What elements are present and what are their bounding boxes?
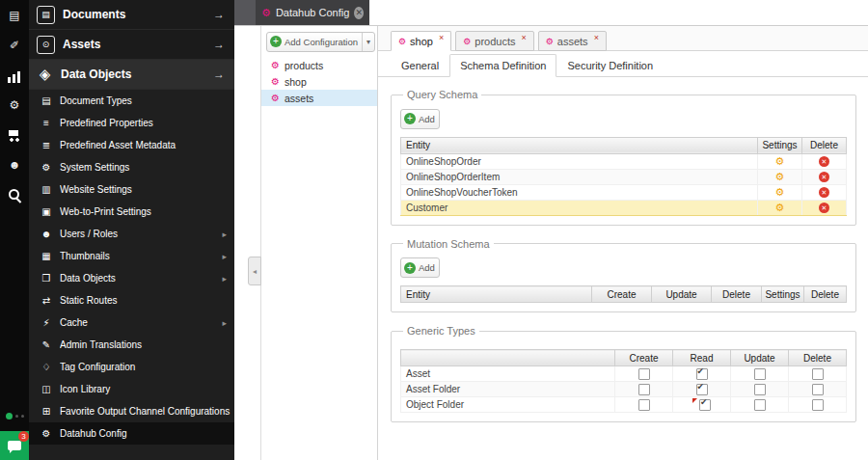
tab-label: assets — [557, 36, 588, 47]
mutation-schema-legend: Mutation Schema — [403, 238, 494, 250]
mutation-schema-add-button[interactable]: + Add — [400, 257, 440, 278]
table-row[interactable]: OnlineShopVoucherToken⚙✕ — [401, 184, 847, 200]
close-icon[interactable]: ✕ — [354, 7, 364, 19]
ecommerce-icon[interactable] — [7, 127, 22, 143]
close-icon[interactable]: × — [521, 33, 526, 42]
sidebar-item-icon-library[interactable]: ◫Icon Library — [29, 378, 234, 400]
update-checkbox[interactable] — [754, 399, 766, 411]
sidebar-item-predefined-asset-metadata[interactable]: ≣Predefined Asset Metadata — [29, 134, 234, 156]
create-checkbox[interactable] — [638, 384, 650, 395]
sidebar-item-admin-translations[interactable]: ✎Admin Translations — [29, 334, 234, 356]
create-checkbox[interactable] — [638, 368, 650, 380]
search-icon[interactable] — [7, 187, 22, 203]
column-header-blank[interactable] — [401, 350, 615, 366]
sidebar-item-static-routes[interactable]: ⇄Static Routes — [29, 289, 234, 311]
sidebar-item-tag-configuration[interactable]: ♢Tag Configuration — [29, 356, 234, 378]
settings-gear-icon[interactable]: ⚙ — [775, 203, 785, 213]
delete-icon[interactable]: ✕ — [819, 187, 829, 198]
mutation-schema-fieldset: Mutation Schema + Add EntityCreateUpdate… — [391, 238, 856, 313]
column-header-delete[interactable]: Delete — [789, 350, 847, 366]
tree-item-products[interactable]: ⚙products — [261, 57, 377, 73]
delete-icon[interactable]: ✕ — [819, 172, 829, 182]
tree-item-assets[interactable]: ⚙assets — [261, 90, 377, 106]
sidebar-item-cache[interactable]: ⚡Cache▸ — [29, 311, 234, 334]
panel-collapse-handle[interactable]: ◂ — [248, 257, 261, 285]
column-header-delete[interactable]: Delete — [804, 286, 847, 303]
sidebar-item-favorite-output-channel-configurations[interactable]: ⊞Favorite Output Channel Configurations — [29, 400, 234, 422]
read-checkbox[interactable] — [696, 384, 708, 395]
delete-checkbox[interactable] — [812, 399, 824, 411]
update-checkbox[interactable] — [754, 384, 766, 395]
close-icon[interactable]: × — [439, 33, 444, 42]
sidebar-item-thumbnails[interactable]: ▦Thumbnails▸ — [29, 245, 234, 267]
subtab-general[interactable]: General — [391, 54, 449, 77]
column-header-delete[interactable]: Delete — [802, 137, 847, 153]
delete-checkbox[interactable] — [812, 368, 824, 380]
table-row[interactable]: OnlineShopOrderItem⚙✕ — [401, 169, 847, 184]
section-label: Assets — [63, 38, 213, 51]
table-row[interactable]: Asset Folder — [401, 382, 847, 397]
tab-products[interactable]: ⚙products× — [455, 31, 534, 51]
table-row[interactable]: Asset — [401, 366, 847, 382]
tools-icon[interactable]: ✐ — [7, 38, 22, 53]
column-header-create[interactable]: Create — [592, 286, 652, 303]
sidebar-item-users-roles[interactable]: ☻Users / Roles▸ — [29, 223, 234, 245]
icon-bar-bottom: 3 — [0, 413, 29, 460]
sidebar-item-web-to-print-settings[interactable]: ▣Web-to-Print Settings — [29, 201, 234, 223]
column-header-read[interactable]: Read — [673, 350, 731, 366]
column-header-entity[interactable]: Entity — [401, 286, 592, 303]
chevron-down-icon[interactable]: ▾ — [363, 38, 374, 46]
asset-metadata-icon: ≣ — [40, 140, 53, 150]
add-label: Add — [419, 262, 435, 273]
read-checkbox[interactable] — [699, 399, 711, 411]
settings-gear-icon[interactable]: ⚙ — [775, 187, 785, 198]
create-checkbox[interactable] — [638, 399, 650, 411]
subtab-security-definition[interactable]: Security Definition — [556, 54, 664, 77]
editor-subtab-strip: GeneralSchema DefinitionSecurity Definit… — [378, 51, 868, 77]
delete-checkbox[interactable] — [812, 384, 824, 395]
chat-badge: 3 — [18, 431, 29, 442]
table-row[interactable]: Object Folder — [401, 397, 847, 413]
icon-bar-icons: ▤✐⚙☻ — [7, 8, 22, 203]
column-header-entity[interactable]: Entity — [401, 137, 758, 153]
sidebar-item-system-settings[interactable]: ⚙System Settings — [29, 156, 234, 178]
sidebar-section-documents[interactable]: ▤Documents→ — [29, 0, 234, 30]
sidebar-item-website-settings[interactable]: ▥Website Settings — [29, 178, 234, 201]
column-header-update[interactable]: Update — [652, 286, 712, 303]
column-header-create[interactable]: Create — [615, 350, 673, 366]
sidebar-item-document-types[interactable]: ▤Document Types — [29, 90, 234, 112]
dirty-indicator-icon — [692, 398, 697, 403]
sidebar-section-data-objects[interactable]: ◈Data Objects→ — [29, 60, 234, 90]
status-dot-icon — [6, 413, 13, 419]
read-checkbox[interactable] — [696, 368, 708, 380]
chat-button[interactable]: 3 — [0, 431, 29, 460]
delete-icon[interactable]: ✕ — [819, 203, 829, 213]
reports-icon[interactable] — [7, 68, 22, 83]
update-checkbox[interactable] — [754, 368, 766, 380]
subtab-schema-definition[interactable]: Schema Definition — [449, 54, 556, 77]
sidebar-item-data-objects[interactable]: ❒Data Objects▸ — [29, 267, 234, 289]
settings-gear-icon[interactable]: ⚙ — [775, 156, 785, 167]
users-icon[interactable]: ☻ — [7, 157, 22, 173]
tab-shop[interactable]: ⚙shop× — [391, 31, 451, 51]
column-header-settings[interactable]: Settings — [758, 137, 802, 153]
column-header-update[interactable]: Update — [731, 350, 789, 366]
settings-gear-icon[interactable]: ⚙ — [775, 172, 785, 182]
delete-icon[interactable]: ✕ — [819, 156, 829, 167]
add-configuration-button[interactable]: + Add Configuration ▾ — [266, 32, 375, 52]
sidebar-item-datahub-config[interactable]: ⚙Datahub Config — [29, 422, 234, 445]
query-schema-add-button[interactable]: + Add — [400, 109, 440, 129]
settings-icon[interactable]: ⚙ — [7, 97, 22, 113]
sidebar-item-predefined-properties[interactable]: ≡Predefined Properties — [29, 112, 234, 134]
tree-item-shop[interactable]: ⚙shop — [261, 73, 377, 90]
table-row[interactable]: OnlineShopOrder⚙✕ — [401, 153, 847, 169]
table-row[interactable]: Customer⚙✕ — [401, 200, 847, 215]
tab-assets[interactable]: ⚙assets× — [538, 31, 607, 51]
close-icon[interactable]: × — [594, 33, 599, 42]
column-header-settings[interactable]: Settings — [762, 286, 804, 303]
documents-icon[interactable]: ▤ — [7, 8, 22, 23]
column-header-delete[interactable]: Delete — [712, 286, 762, 303]
workspace-tab-datahub-config[interactable]: ⚙ Datahub Config ✕ — [256, 0, 369, 25]
website-settings-icon: ▥ — [40, 184, 53, 195]
sidebar-section-assets[interactable]: ⊙Assets→ — [29, 30, 234, 60]
